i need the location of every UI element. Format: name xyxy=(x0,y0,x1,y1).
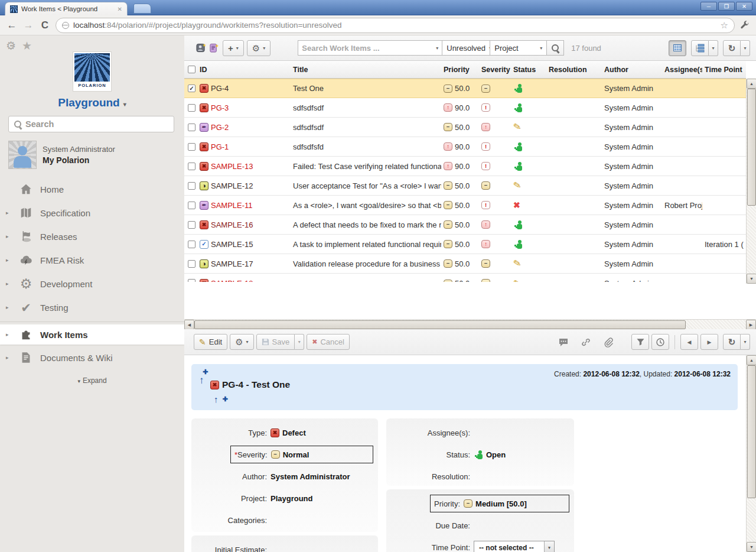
timepoint-select[interactable]: -- not selected --▾ xyxy=(474,541,555,552)
workitem-id[interactable]: SAMPLE-16 xyxy=(211,220,253,229)
create-workitem-icon[interactable]: ★ xyxy=(196,43,206,53)
table-row[interactable]: ✖SAMPLE-18−50.0−✎System Admin xyxy=(184,274,746,282)
expand-navigation[interactable]: ▾Expand xyxy=(0,376,184,385)
workitem-id[interactable]: PG-1 xyxy=(211,142,229,151)
move-up-icon[interactable]: ↑ xyxy=(199,375,204,385)
table-horizontal-scrollbar[interactable]: ◀ ▶ xyxy=(184,319,756,329)
row-checkbox[interactable] xyxy=(188,241,195,248)
workitem-id-cell[interactable]: ✓SAMPLE-15 xyxy=(197,240,291,249)
workitem-title-cell[interactable]: sdfsdfsfd xyxy=(291,142,441,151)
url-bar[interactable]: localhost:84/polarion/#/project/playgrou… xyxy=(56,18,735,33)
column-header-status[interactable]: Status xyxy=(511,66,546,74)
bookmark-star-icon[interactable]: ☆ xyxy=(721,20,728,31)
workitem-title-cell[interactable]: As a <role>, I want <goal/desire> so tha… xyxy=(291,201,441,210)
view-options-dropdown[interactable]: ▾ xyxy=(709,40,718,56)
minimize-button[interactable]: ─ xyxy=(700,2,717,11)
workitem-id-cell[interactable]: ✖PG-4 xyxy=(197,84,291,93)
column-header-assignee-s-[interactable]: Assignee(s) xyxy=(662,66,702,74)
project-selector[interactable]: Playground▾ xyxy=(0,96,184,109)
workitem-id-cell[interactable]: ✖PG-3 xyxy=(197,103,291,112)
workitem-title-cell[interactable]: Validation release procedure for a busin… xyxy=(291,259,441,268)
table-row[interactable]: ✖PG-4Test One−50.0−System Admin xyxy=(184,79,746,98)
table-vertical-scrollbar[interactable]: ▲ ▼ xyxy=(746,79,756,284)
scroll-up-icon[interactable]: ▲ xyxy=(747,355,756,365)
row-checkbox[interactable] xyxy=(188,85,195,92)
chevron-right-icon[interactable]: ▸ xyxy=(6,304,12,310)
workitem-id-cell[interactable]: ✖SAMPLE-16 xyxy=(197,220,291,229)
row-checkbox[interactable] xyxy=(188,260,195,268)
column-header-resolution[interactable]: Resolution xyxy=(546,66,602,74)
workitem-id-cell[interactable]: ✒SAMPLE-11 xyxy=(197,201,291,210)
run-search-button[interactable] xyxy=(546,40,564,56)
workitem-id[interactable]: PG-2 xyxy=(211,123,229,132)
attachments-paperclip-icon[interactable] xyxy=(603,337,614,348)
workitem-id-cell[interactable]: ◑SAMPLE-17 xyxy=(197,259,291,268)
chevron-right-icon[interactable]: ▸ xyxy=(6,332,12,337)
table-row[interactable]: ◑SAMPLE-17Validation release procedure f… xyxy=(184,254,746,274)
new-tab-button[interactable] xyxy=(133,4,151,14)
site-info-icon[interactable] xyxy=(62,22,69,29)
save-button[interactable]: Save xyxy=(256,334,295,350)
select-all-checkbox[interactable] xyxy=(188,66,195,73)
table-row[interactable]: ◑SAMPLE-12User acceptance Test for "As a… xyxy=(184,176,746,196)
row-checkbox[interactable] xyxy=(188,279,195,282)
row-checkbox[interactable] xyxy=(188,202,195,209)
sidebar-item-work-items[interactable]: ▸Work Items xyxy=(0,324,184,345)
chevron-right-icon[interactable]: ▸ xyxy=(6,210,12,216)
scroll-right-icon[interactable]: ▶ xyxy=(746,320,756,330)
row-checkbox[interactable] xyxy=(188,182,195,190)
next-item-button[interactable]: ▶ xyxy=(700,334,718,350)
row-checkbox[interactable] xyxy=(188,143,195,151)
workitems-search-input[interactable]: Search Work Items ... ▾ xyxy=(298,40,442,56)
sidebar-item-specification[interactable]: ▸Specification xyxy=(0,201,184,225)
column-header-priority[interactable]: Priority xyxy=(441,66,479,74)
row-checkbox[interactable] xyxy=(188,221,195,229)
forward-icon[interactable]: → xyxy=(22,20,34,31)
chevron-right-icon[interactable]: ▸ xyxy=(6,355,12,361)
workitem-title-cell[interactable]: Failed: Test Case verifying related func… xyxy=(291,162,441,171)
column-header-author[interactable]: Author xyxy=(602,66,662,74)
table-row[interactable]: ✒PG-2sdfsdfsdf−50.0↑✎System Admin xyxy=(184,118,746,137)
chevron-right-icon[interactable]: ▸ xyxy=(6,257,12,263)
insert-below-icon[interactable]: ✚ xyxy=(223,396,228,402)
column-header-severity[interactable]: Severity xyxy=(479,66,511,74)
sidebar-item-development[interactable]: ▸⚙Development xyxy=(0,272,184,296)
chevron-right-icon[interactable]: ▸ xyxy=(6,233,12,239)
cancel-button[interactable]: ✖ Cancel xyxy=(307,334,350,350)
sidebar-item-releases[interactable]: ▸Releases xyxy=(0,225,184,248)
sidebar-settings-gear-icon[interactable]: ⚙▾ xyxy=(6,39,14,53)
browser-menu-wrench-icon[interactable] xyxy=(739,20,750,31)
workitem-id[interactable]: SAMPLE-13 xyxy=(211,162,253,171)
table-settings-button[interactable]: ⚙▾ xyxy=(247,40,271,56)
restore-button[interactable]: ❐ xyxy=(718,2,735,11)
browser-tab[interactable]: Work Items < Playground ✕ xyxy=(5,2,128,15)
scroll-down-icon[interactable]: ▼ xyxy=(747,542,756,552)
save-options-dropdown[interactable]: ▾ xyxy=(295,334,304,350)
links-icon[interactable] xyxy=(581,337,591,348)
previous-item-button[interactable]: ◀ xyxy=(680,334,698,350)
row-checkbox[interactable] xyxy=(188,163,195,170)
history-clock-button[interactable] xyxy=(651,334,669,350)
workitem-title-cell[interactable]: Test One xyxy=(291,84,441,93)
column-header-time-point[interactable]: Time Point xyxy=(702,66,746,74)
sidebar-item-fmea-risk[interactable]: ▸FMEA Risk xyxy=(0,248,184,272)
edit-button[interactable]: ✎ Edit xyxy=(194,334,227,350)
create-document-icon[interactable]: ★ xyxy=(209,43,219,53)
workitem-title-cell[interactable]: A task to implement related functional r… xyxy=(291,240,441,249)
column-header-id[interactable]: ID xyxy=(197,66,291,74)
table-row[interactable]: ✒SAMPLE-11As a <role>, I want <goal/desi… xyxy=(184,196,746,215)
close-button[interactable]: ✕ xyxy=(736,2,752,11)
column-header-title[interactable]: Title xyxy=(291,66,441,74)
move-up-icon[interactable]: ↑ xyxy=(214,395,219,404)
detail-settings-button[interactable]: ⚙▾ xyxy=(230,334,253,350)
refresh-options-dropdown[interactable]: ▾ xyxy=(741,40,750,56)
tab-close-icon[interactable]: ✕ xyxy=(118,6,122,12)
workitem-id[interactable]: SAMPLE-17 xyxy=(211,259,253,268)
table-row[interactable]: ✖SAMPLE-13Failed: Test Case verifying re… xyxy=(184,157,746,176)
workitem-title-cell[interactable]: sdfsdfsdf xyxy=(291,103,441,112)
table-row[interactable]: ✖PG-1sdfsdfsfd↑90.0!System Admin xyxy=(184,137,746,157)
table-view-button[interactable] xyxy=(669,40,686,56)
row-checkbox[interactable] xyxy=(188,104,195,112)
sidebar-item-documents-wiki[interactable]: ▸Documents & Wiki xyxy=(0,346,184,369)
chevron-right-icon[interactable]: ▸ xyxy=(6,281,12,287)
